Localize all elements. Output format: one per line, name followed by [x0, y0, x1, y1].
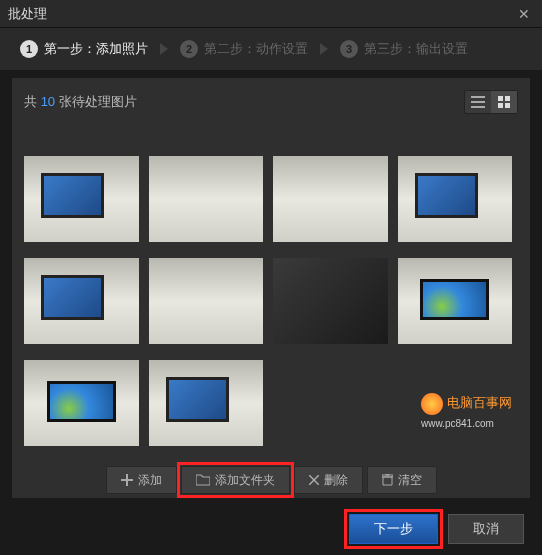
thumbnail[interactable] [24, 258, 139, 344]
step-label-3: 第三步：输出设置 [364, 40, 468, 58]
svg-rect-2 [471, 106, 485, 108]
step-label-1: 第一步：添加照片 [44, 40, 148, 58]
thumbnail[interactable] [398, 156, 513, 242]
step-3[interactable]: 3 第三步：输出设置 [328, 40, 480, 58]
image-count: 共 10 张待处理图片 [24, 93, 464, 111]
footer: 下一步 取消 [0, 506, 542, 552]
thumbnail[interactable] [398, 258, 513, 344]
step-2[interactable]: 2 第二步：动作设置 [168, 40, 320, 58]
window-title: 批处理 [8, 5, 514, 23]
thumbnail[interactable] [149, 258, 264, 344]
grid-icon [498, 96, 510, 108]
folder-icon [196, 474, 210, 486]
chevron-right-icon [320, 43, 328, 55]
step-num-1: 1 [20, 40, 38, 58]
chevron-right-icon [160, 43, 168, 55]
thumbnail[interactable] [273, 156, 388, 242]
thumbnail-grid [24, 126, 512, 446]
toolbar: 添加 添加文件夹 删除 清空 [24, 466, 518, 494]
step-label-2: 第二步：动作设置 [204, 40, 308, 58]
thumbnail[interactable] [149, 156, 264, 242]
thumbnail-scroll[interactable] [24, 126, 518, 456]
thumbnail[interactable] [149, 360, 264, 446]
thumbnail[interactable] [273, 258, 388, 344]
list-icon [471, 96, 485, 108]
svg-rect-4 [505, 96, 510, 101]
svg-rect-0 [471, 96, 485, 98]
count-row: 共 10 张待处理图片 [24, 90, 518, 114]
thumbnail[interactable] [24, 360, 139, 446]
grid-view-button[interactable] [491, 91, 517, 113]
x-icon [309, 475, 319, 485]
step-num-2: 2 [180, 40, 198, 58]
svg-rect-1 [471, 101, 485, 103]
next-button[interactable]: 下一步 [349, 514, 438, 544]
cancel-button[interactable]: 取消 [448, 514, 524, 544]
main-panel: 共 10 张待处理图片 电脑百事网 www.pc841.com 添加 [12, 78, 530, 498]
thumbnail[interactable] [24, 156, 139, 242]
step-num-3: 3 [340, 40, 358, 58]
count-number: 10 [41, 94, 55, 109]
titlebar: 批处理 ✕ [0, 0, 542, 28]
plus-icon [121, 474, 133, 486]
add-folder-button[interactable]: 添加文件夹 [181, 466, 290, 494]
clear-button[interactable]: 清空 [367, 466, 437, 494]
remove-button[interactable]: 删除 [294, 466, 363, 494]
step-1[interactable]: 1 第一步：添加照片 [8, 40, 160, 58]
svg-rect-3 [498, 96, 503, 101]
trash-icon [382, 474, 393, 486]
list-view-button[interactable] [465, 91, 491, 113]
step-breadcrumb: 1 第一步：添加照片 2 第二步：动作设置 3 第三步：输出设置 [0, 28, 542, 70]
svg-rect-6 [505, 103, 510, 108]
svg-rect-5 [498, 103, 503, 108]
close-icon[interactable]: ✕ [514, 4, 534, 24]
add-button[interactable]: 添加 [106, 466, 177, 494]
view-toggle [464, 90, 518, 114]
